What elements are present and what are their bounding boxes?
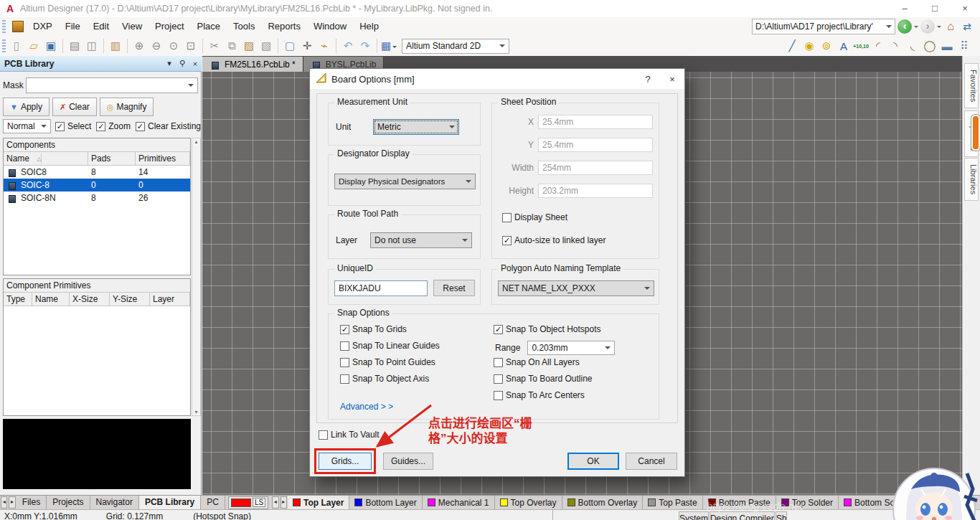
coordinate-tool-button[interactable]: +10,10: [853, 38, 869, 54]
paste-array-tool-button[interactable]: ⠿: [956, 38, 972, 54]
line-tool-button[interactable]: ╱: [784, 38, 800, 54]
menu-help[interactable]: Help: [353, 17, 385, 36]
range-caret-icon[interactable]: [605, 346, 611, 352]
forward-caret[interactable]: [937, 26, 941, 30]
toolbar-grip[interactable]: [2, 20, 6, 33]
scroll-down-icon[interactable]: ▾: [194, 409, 197, 415]
layer-tab-top-solder[interactable]: Top Solder: [776, 496, 839, 509]
layer-tab-top-paste[interactable]: Top Paste: [643, 496, 702, 509]
cut-button[interactable]: ✂: [207, 38, 222, 54]
bottom-tab-files[interactable]: Files: [17, 496, 47, 509]
filter-check-clear-existing-box[interactable]: [136, 122, 145, 131]
components-col-primitives[interactable]: Primitives: [136, 152, 190, 165]
snap-check-snap-to-object-hotspots-box[interactable]: [494, 325, 503, 334]
primitives-col-layer[interactable]: Layer: [150, 293, 190, 306]
menu-file[interactable]: File: [59, 17, 87, 36]
primitives-col-y-size[interactable]: Y-Size: [110, 293, 150, 306]
refresh-icon[interactable]: ⇄: [960, 21, 974, 32]
select-area-button[interactable]: ▢: [282, 38, 298, 54]
address-caret-icon[interactable]: [886, 25, 892, 31]
scroll-up-icon[interactable]: ▴: [194, 138, 197, 145]
open-document-button[interactable]: ▱: [26, 38, 42, 54]
zoom-selection-button[interactable]: ⊡: [183, 38, 199, 54]
panel-scroll-thumb[interactable]: [971, 115, 980, 151]
sheet-y-input[interactable]: 25.4mm: [538, 138, 653, 152]
sheet-check-display-sheet-box[interactable]: [502, 213, 512, 222]
menu-dxp[interactable]: DXP: [27, 17, 59, 36]
snap-check-snap-to-board-outline[interactable]: Snap To Board Outline: [494, 374, 593, 384]
magnify-button[interactable]: ◎Magnify: [100, 98, 154, 116]
arc-any-angle-tool-button[interactable]: ◟: [905, 38, 920, 54]
dialog-close-button[interactable]: ×: [660, 74, 684, 85]
right-tab-libraries[interactable]: Libraries: [964, 158, 979, 201]
panel-scrollbar[interactable]: ▴ ▾: [192, 138, 201, 416]
arc-edge-tool-button[interactable]: ◜: [870, 38, 886, 54]
view-mode-caret-icon[interactable]: [499, 44, 505, 50]
dialog-titlebar[interactable]: Board Options [mm] ? ×: [310, 69, 684, 89]
snap-grid-button[interactable]: ▦: [381, 38, 397, 54]
back-icon[interactable]: ‹: [897, 19, 912, 34]
route-layer-combo[interactable]: Do not use: [370, 232, 472, 248]
sheet-width-input[interactable]: 254mm: [538, 161, 653, 175]
toolbar-grip-2[interactable]: [2, 39, 6, 52]
snap-check-snap-to-grids[interactable]: Snap To Grids: [340, 324, 407, 334]
sheet-check-display-sheet[interactable]: Display Sheet: [502, 212, 567, 222]
close-button[interactable]: ×: [950, 0, 980, 17]
component-row-soic-8[interactable]: SOIC-800: [4, 179, 190, 192]
snap-check-snap-to-object-axis[interactable]: Snap To Object Axis: [340, 374, 429, 384]
view-mode-combo[interactable]: Altium Standard 2D: [402, 39, 509, 54]
ok-button[interactable]: OK: [567, 453, 619, 470]
snap-check-snap-to-grids-box[interactable]: [340, 325, 349, 334]
menu-project[interactable]: Project: [149, 17, 190, 36]
zoom-document-button[interactable]: ⊙: [166, 38, 182, 54]
snap-check-snap-to-board-outline-box[interactable]: [494, 374, 503, 384]
bottom-tab-pcb-library[interactable]: PCB Library: [139, 496, 201, 509]
route-layer-caret-icon[interactable]: [462, 239, 468, 245]
statusbar-tab-design-compiler[interactable]: Design Compiler: [710, 511, 775, 520]
sheet-x-input[interactable]: 25.4mm: [538, 115, 653, 129]
primitives-col-x-size[interactable]: X-Size: [70, 293, 110, 306]
full-circle-tool-button[interactable]: ◯: [922, 38, 938, 54]
grids-button[interactable]: Grids...: [319, 453, 372, 470]
layer-tab-bottom-overlay[interactable]: Bottom Overlay: [562, 496, 644, 509]
forward-icon[interactable]: ›: [920, 19, 935, 34]
layer-tab-bottom-layer[interactable]: Bottom Layer: [349, 496, 422, 509]
panel-tabs-right-icon[interactable]: ▸: [9, 496, 15, 509]
statusbar-tab-sh[interactable]: Sh: [776, 511, 788, 520]
zoom-in-button[interactable]: ⊕: [131, 38, 147, 54]
right-tab-favorites[interactable]: Favorites: [964, 63, 979, 108]
maximize-button[interactable]: □: [920, 0, 950, 17]
menu-window[interactable]: Window: [307, 17, 353, 36]
snap-check-snap-to-point-guides-box[interactable]: [340, 358, 349, 367]
layer-tab-bottom-paste[interactable]: Bottom Paste: [703, 496, 776, 509]
statusbar-tab-system[interactable]: System: [679, 511, 709, 520]
back-caret[interactable]: [914, 26, 918, 30]
bottom-tab-pc[interactable]: PC: [201, 496, 225, 509]
reset-button[interactable]: Reset: [433, 280, 475, 296]
paste-special-button[interactable]: ▧: [258, 38, 274, 54]
layer-set-control[interactable]: LS: [228, 496, 268, 509]
snap-grid-icon-caret[interactable]: [392, 46, 397, 50]
snap-check-snap-on-all-layers[interactable]: Snap On All Layers: [494, 357, 580, 367]
polygon-caret-icon[interactable]: [644, 287, 650, 293]
apply-button[interactable]: ▼Apply: [3, 98, 50, 116]
primitives-col-name[interactable]: Name: [32, 293, 70, 306]
print-preview-button[interactable]: ◫: [84, 38, 100, 54]
unit-combo[interactable]: Metric: [373, 119, 459, 135]
component-row-soic8[interactable]: SOIC8814: [4, 166, 190, 179]
range-combo[interactable]: 0.203mm: [527, 341, 615, 355]
break-track-button[interactable]: ⌁: [316, 38, 332, 54]
components-col-name[interactable]: Name ▵: [4, 152, 88, 165]
snap-check-snap-to-linear-guides-box[interactable]: [340, 341, 349, 351]
mask-caret-icon[interactable]: [188, 84, 194, 90]
layer-tab-top-layer[interactable]: Top Layer: [288, 496, 349, 509]
panel-tabs-left-icon[interactable]: ◂: [1, 496, 7, 509]
designator-caret-icon[interactable]: [466, 180, 471, 186]
layer-tabs-right-icon[interactable]: ▸: [281, 496, 287, 509]
layer-tab-top-overlay[interactable]: Top Overlay: [495, 496, 562, 509]
doc-tab-fm25l16-pcblib[interactable]: FM25L16.PcbLib *: [202, 57, 303, 72]
designator-display-combo[interactable]: Display Physical Designators: [334, 174, 476, 189]
sheet-check-auto-size-to-linked-layer[interactable]: Auto-size to linked layer: [502, 235, 606, 245]
arc-center-tool-button[interactable]: ◝: [887, 38, 903, 54]
move-object-button[interactable]: ✛: [299, 38, 315, 54]
